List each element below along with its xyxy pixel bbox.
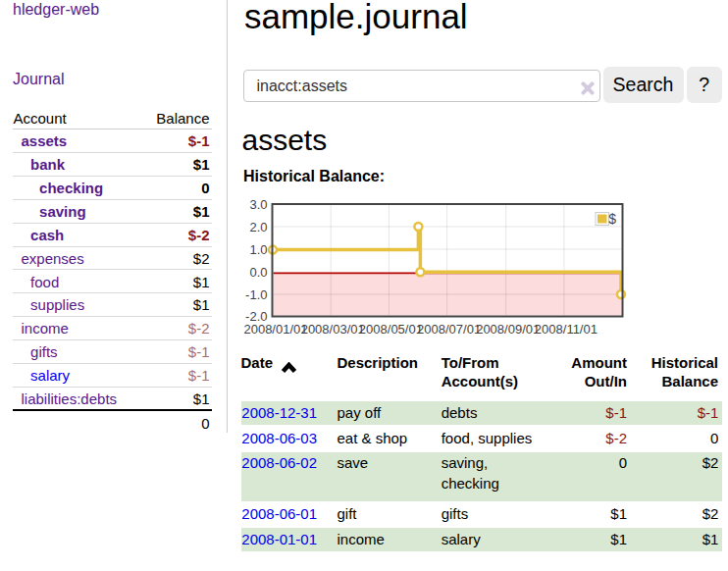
svg-text:2008/11/01: 2008/11/01 — [535, 322, 598, 337]
svg-text:2.0: 2.0 — [249, 220, 267, 234]
svg-text:$: $ — [608, 211, 616, 227]
svg-text:2008/09/01: 2008/09/01 — [476, 322, 540, 337]
svg-text:2008/07/01: 2008/07/01 — [417, 322, 481, 337]
svg-text:1.0: 1.0 — [249, 242, 267, 257]
svg-text:-1.0: -1.0 — [245, 287, 267, 302]
svg-text:3.0: 3.0 — [249, 197, 267, 212]
svg-text:2008/05/01: 2008/05/01 — [359, 322, 423, 337]
svg-text:0.0: 0.0 — [249, 265, 267, 280]
svg-text:2008/01/01: 2008/01/01 — [243, 322, 307, 337]
svg-text:2008/03/01: 2008/03/01 — [301, 322, 365, 337]
